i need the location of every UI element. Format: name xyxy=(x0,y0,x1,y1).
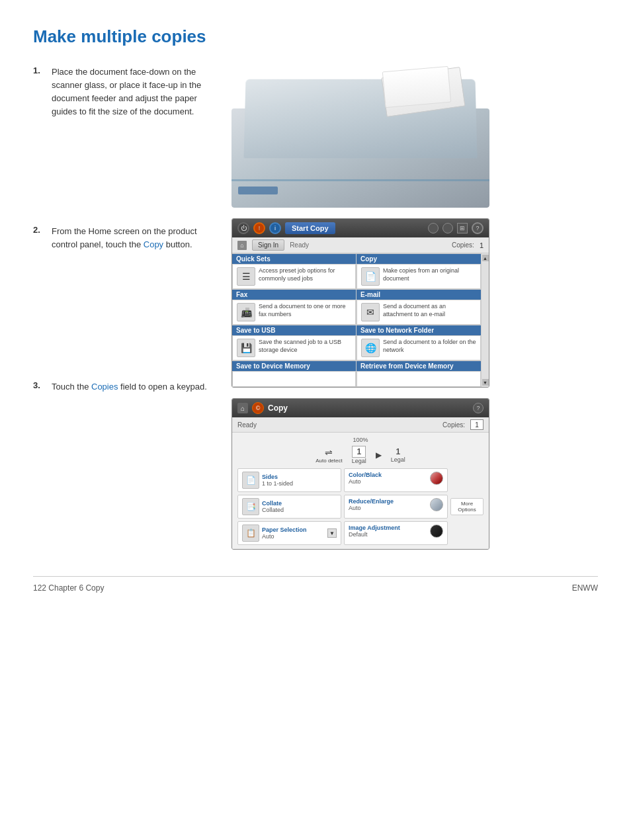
from-size-num[interactable]: 1 xyxy=(352,446,366,458)
save-usb-cell[interactable]: 💾 Save the scanned job to a USB storage … xyxy=(232,335,356,360)
paper-selection-option[interactable]: 📋 Paper Selection Auto ▼ xyxy=(237,521,341,545)
collate-icon: 📑 xyxy=(242,498,259,515)
save-usb-label: Save to USB xyxy=(232,325,356,335)
sides-option[interactable]: 📄 Sides 1 to 1-sided xyxy=(237,468,341,492)
copy-screen-panel: ⌂ © Copy ? Ready Copies: 1 100% ⇌ xyxy=(231,398,489,550)
email-icon: ✉ xyxy=(361,303,380,321)
retrieve-device-cell[interactable] xyxy=(357,371,481,387)
quick-sets-label: Quick Sets xyxy=(232,254,356,264)
step-2-text-after: button. xyxy=(163,239,192,249)
step-1-text: Place the document face-down on the scan… xyxy=(52,65,218,119)
copy-options-grid: 📄 Sides 1 to 1-sided xyxy=(237,468,448,545)
circle-btn-2[interactable] xyxy=(442,223,453,233)
warning-icon[interactable]: ! xyxy=(253,222,265,234)
step-1: 1. Place the document face-down on the s… xyxy=(33,65,218,119)
quick-sets-cell[interactable]: ☰ Access preset job options for commonly… xyxy=(232,264,356,289)
color-black-btn[interactable] xyxy=(430,472,443,485)
start-copy-button[interactable]: Start Copy xyxy=(285,222,335,234)
reduce-enlarge-btn[interactable] xyxy=(430,498,443,511)
fax-cell[interactable]: 📠 Send a document to one or more fax num… xyxy=(232,300,356,325)
arrow-icon: ▶ xyxy=(376,450,382,460)
scroll-bar[interactable]: ▲ ▼ xyxy=(481,253,489,387)
step-3-text: Touch the Copies field to open a keypad. xyxy=(52,380,207,394)
sign-in-button[interactable]: Sign In xyxy=(252,239,284,251)
page-footer: 122 Chapter 6 Copy ENWW xyxy=(33,576,598,593)
ready-status: Ready xyxy=(290,241,309,249)
email-label: E-mail xyxy=(357,290,481,300)
copy-copies-value[interactable]: 1 xyxy=(470,419,484,430)
home-icon-2[interactable]: ⌂ xyxy=(237,403,248,413)
reduce-enlarge-value: Auto xyxy=(349,505,430,511)
help-icon[interactable]: ? xyxy=(472,222,484,234)
paper-selection-label: Paper Selection xyxy=(262,526,327,533)
home-icon[interactable]: ⌂ xyxy=(237,241,247,250)
reduce-enlarge-option[interactable]: Reduce/Enlarge Auto xyxy=(344,495,448,519)
image-adjustment-btn[interactable] xyxy=(430,525,443,538)
step-3-number: 3. xyxy=(33,380,46,394)
image-adjustment-value: Default xyxy=(349,531,430,538)
copy-header-icon[interactable]: © xyxy=(252,402,264,414)
copy-icon: 📄 xyxy=(361,267,380,286)
image-adjustment-label: Image Adjustment xyxy=(349,525,430,531)
sides-label: Sides xyxy=(262,474,337,480)
reduce-enlarge-label: Reduce/Enlarge xyxy=(349,498,430,505)
copy-cell[interactable]: 📄 Make copies from an original document xyxy=(357,264,481,289)
collate-option[interactable]: 📑 Collate Collated xyxy=(237,495,341,519)
retrieve-device-label: Retrieve from Device Memory xyxy=(357,361,481,371)
image-adjustment-option[interactable]: Image Adjustment Default xyxy=(344,521,448,545)
paper-dropdown-icon[interactable]: ▼ xyxy=(327,528,337,538)
step-2-link[interactable]: Copy xyxy=(144,239,163,249)
copy-ready-text: Ready xyxy=(237,421,257,429)
scanner-image xyxy=(231,65,489,208)
auto-detect-icon: ⇌ Auto detect xyxy=(316,447,342,464)
copies-value[interactable]: 1 xyxy=(480,241,484,249)
save-network-label: Save to Network Folder xyxy=(357,325,481,335)
color-black-option[interactable]: Color/Black Auto xyxy=(344,468,448,492)
copy-panel-content: 100% ⇌ Auto detect 1 Legal ▶ 1 Legal xyxy=(232,433,489,549)
sides-value: 1 to 1-sided xyxy=(262,480,337,487)
info-icon[interactable]: i xyxy=(269,222,281,234)
scroll-up-icon[interactable]: ▲ xyxy=(482,255,489,261)
sides-icon: 📄 xyxy=(242,472,259,489)
home-grid: Quick Sets ☰ Access preset job options f… xyxy=(232,253,481,387)
power-icon[interactable]: ⏻ xyxy=(237,222,249,234)
step-2-text: From the Home screen on the product cont… xyxy=(52,225,218,251)
network-icon: 🌐 xyxy=(361,339,380,357)
copy-percent: 100% xyxy=(237,437,484,443)
fax-desc: Send a document to one or more fax numbe… xyxy=(259,303,351,318)
copy-size-row: ⇌ Auto detect 1 Legal ▶ 1 Legal xyxy=(237,446,484,464)
email-cell[interactable]: ✉ Send a document as an attachment to an… xyxy=(357,300,481,325)
footer-left: 122 Chapter 6 Copy xyxy=(33,583,104,593)
paper-selection-icon: 📋 xyxy=(242,525,259,542)
page-title: Make multiple copies xyxy=(33,26,598,47)
quick-sets-desc: Access preset job options for commonly u… xyxy=(259,267,351,282)
fax-icon: 📠 xyxy=(237,303,255,321)
copy-panel-subheader: Ready Copies: 1 xyxy=(232,417,489,433)
step-2: 2. From the Home screen on the product c… xyxy=(33,225,218,251)
save-network-cell[interactable]: 🌐 Send a document to a folder on the net… xyxy=(357,335,481,360)
panel-subheader: ⌂ Sign In Ready Copies: 1 xyxy=(232,237,489,253)
more-options-button[interactable]: More Options xyxy=(450,498,484,515)
email-desc: Send a document as an attachment to an e… xyxy=(383,303,476,318)
step-3-text-before: Touch the xyxy=(52,382,91,392)
step-3: 3. Touch the Copies field to open a keyp… xyxy=(33,380,218,394)
step-3-link[interactable]: Copies xyxy=(91,382,118,392)
paper-selection-value: Auto xyxy=(262,533,327,540)
circle-btn-1[interactable] xyxy=(428,223,439,233)
save-device-label: Save to Device Memory xyxy=(232,361,356,371)
scroll-down-icon[interactable]: ▼ xyxy=(482,379,489,386)
copy-desc: Make copies from an original document xyxy=(383,267,476,282)
step-1-number: 1. xyxy=(33,65,46,119)
from-size-label: Legal xyxy=(352,458,366,464)
home-screen-panel: ⏻ ! i Start Copy ⊞ ? ⌂ Sign In Ready Cop… xyxy=(231,218,489,388)
copy-screen-title: Copy xyxy=(268,403,288,413)
grid-icon[interactable]: ⊞ xyxy=(457,223,468,233)
help-icon-2[interactable]: ? xyxy=(473,403,484,413)
copy-label: Copy xyxy=(357,254,481,264)
footer-right: ENWW xyxy=(572,583,598,593)
save-usb-desc: Save the scanned job to a USB storage de… xyxy=(259,339,351,354)
save-device-cell[interactable] xyxy=(232,371,356,387)
copy-panel-header: ⌂ © Copy ? xyxy=(232,399,489,417)
collate-value: Collated xyxy=(262,507,337,513)
save-network-desc: Send a document to a folder on the netwo… xyxy=(383,339,476,354)
